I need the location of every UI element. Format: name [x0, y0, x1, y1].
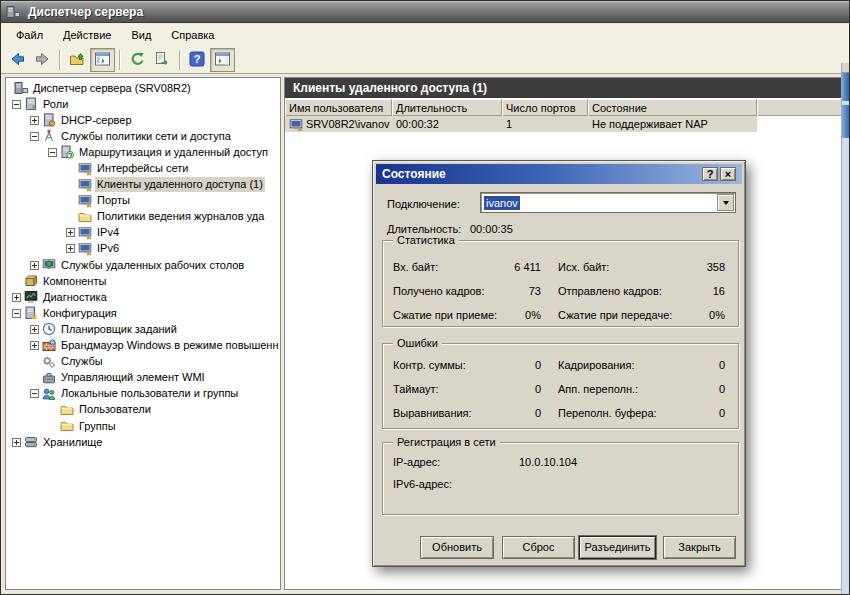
forward-button[interactable] — [30, 48, 55, 72]
tree-item[interactable]: Диспетчер сервера (SRV08R2) — [6, 80, 280, 96]
folder-icon — [60, 419, 74, 433]
expand-icon[interactable] — [30, 116, 39, 125]
folder-up-icon — [69, 51, 86, 69]
stat-label: Получено кадров: — [393, 285, 485, 297]
stat-row: Контр. суммы:0Кадрирования:0 — [383, 354, 738, 378]
refresh-button[interactable]: Обновить — [420, 536, 494, 559]
tree-item[interactable]: Маршрутизация и удаленный доступ — [6, 144, 280, 160]
tree-item-label: Брандмауэр Windows в режиме повышенн — [59, 338, 281, 353]
tree-item[interactable]: Компоненты — [6, 273, 280, 289]
stat-value: 6 411 — [514, 261, 541, 273]
tree-item-label: Интерфейсы сети — [95, 161, 190, 176]
connection-combobox[interactable]: ivanov — [480, 192, 736, 213]
tree-item-label: Группы — [77, 419, 118, 434]
tree-item-label: Хранилище — [41, 435, 104, 450]
column-header-label: Имя пользователя — [289, 102, 383, 114]
menu-справка[interactable]: Справка — [161, 25, 224, 45]
scroll-up-button[interactable] — [842, 73, 849, 101]
results-pane-header: Клиенты удаленного доступа (1) — [285, 78, 842, 99]
errors-group: ОшибкиКонтр. суммы:0Кадрирования:0Таймау… — [382, 343, 739, 429]
tree-item[interactable]: Службы — [6, 354, 280, 370]
expand-icon[interactable] — [66, 228, 75, 237]
server-manager-window: Диспетчер сервера ФайлДействиеВидСправка… — [0, 0, 850, 595]
tree-item[interactable]: Пользователи — [6, 402, 280, 418]
table-row[interactable]: SRV08R2\ivanov00:00:321Не поддерживает N… — [285, 116, 842, 132]
stat-label: Вх. байт: — [393, 261, 438, 273]
help-button[interactable]: ? — [185, 48, 210, 72]
stat-value: 0 — [535, 383, 541, 395]
expand-icon[interactable] — [12, 293, 21, 302]
tree-item[interactable]: Группы — [6, 418, 280, 434]
stat-label: Исх. байт: — [558, 261, 609, 273]
column-header[interactable]: Имя пользователя — [285, 99, 392, 116]
column-header[interactable]: Длительность — [392, 99, 502, 116]
export-list-button[interactable] — [150, 48, 175, 72]
expand-icon[interactable] — [30, 341, 39, 350]
rras-icon — [60, 145, 74, 159]
combobox-dropdown-button[interactable] — [717, 194, 734, 211]
tree-item[interactable]: Локальные пользователи и группы — [6, 386, 280, 402]
disconnect-button[interactable]: Разъединить — [579, 536, 656, 559]
collapse-icon[interactable] — [30, 389, 39, 398]
tree-item[interactable]: IPv6 — [6, 241, 280, 257]
tree-item[interactable]: Диагностика — [6, 289, 280, 305]
table-cell: SRV08R2\ivanov — [285, 116, 392, 132]
tree-item[interactable]: Интерфейсы сети — [6, 160, 280, 176]
console-tree-toggle-button[interactable] — [90, 48, 115, 72]
duration-value: 00:00:35 — [470, 223, 513, 235]
column-header[interactable]: Состояние — [588, 99, 757, 116]
scrollbar-thumb[interactable] — [842, 105, 849, 138]
tree-item[interactable]: Службы политики сети и доступа — [6, 128, 280, 144]
refresh-icon — [129, 51, 146, 69]
menu-действие[interactable]: Действие — [53, 25, 121, 45]
tree-item[interactable]: Роли — [6, 96, 280, 112]
tree-item[interactable]: Конфигурация — [6, 305, 280, 321]
collapse-icon[interactable] — [12, 309, 21, 318]
tree-item[interactable]: Управляющий элемент WMI — [6, 370, 280, 386]
tree-item-label: IPv4 — [95, 225, 121, 240]
back-button[interactable] — [5, 48, 30, 72]
tree-item[interactable]: Клиенты удаленного доступа (1) — [6, 177, 280, 193]
svg-text:?: ? — [194, 53, 201, 65]
stat-row: IPv6-адрес: — [383, 473, 738, 495]
dialog-body: Подключение: ivanov Длительность: 00:00:… — [373, 161, 745, 566]
tree-item[interactable]: Брандмауэр Windows в режиме повышенн — [6, 338, 280, 354]
stat-row: Сжатие при приеме:0%Сжатие при передаче:… — [383, 304, 738, 328]
expand-icon[interactable] — [12, 438, 21, 447]
column-header[interactable]: Число портов — [502, 99, 588, 116]
menu-вид[interactable]: Вид — [121, 25, 161, 45]
tree-item[interactable]: Планировщик заданий — [6, 321, 280, 337]
stat-value: 358 — [707, 261, 725, 273]
forward-icon — [34, 51, 51, 69]
tree-item[interactable]: Хранилище — [6, 434, 280, 450]
tree-item[interactable]: Порты — [6, 193, 280, 209]
tree-item-label: Локальные пользователи и группы — [59, 386, 240, 401]
netif-icon — [78, 194, 92, 208]
tree-item[interactable]: Политики ведения журналов уда — [6, 209, 280, 225]
expand-icon[interactable] — [30, 261, 39, 270]
collapse-icon[interactable] — [48, 148, 57, 157]
tree-item-label: Службы — [59, 354, 105, 369]
tree-item[interactable]: IPv4 — [6, 225, 280, 241]
stat-value: 73 — [529, 285, 541, 297]
group-title: Регистрация в сети — [393, 436, 500, 448]
folder-up-button[interactable] — [65, 48, 90, 72]
refresh-button[interactable] — [125, 48, 150, 72]
action-pane-toggle-button[interactable] — [210, 48, 235, 72]
expand-icon[interactable] — [30, 325, 39, 334]
tree-item[interactable]: Службы удаленных рабочих столов — [6, 257, 280, 273]
collapse-icon[interactable] — [12, 100, 21, 109]
menu-файл[interactable]: Файл — [6, 25, 53, 45]
close-button[interactable]: Закрыть — [663, 536, 736, 559]
tree-item[interactable]: DHCP-сервер — [6, 112, 280, 128]
stat-value: 10.0.10.104 — [519, 456, 577, 468]
stat-label: Кадрирования: — [558, 359, 635, 371]
collapse-icon[interactable] — [30, 132, 39, 141]
vertical-scrollbar[interactable] — [841, 63, 849, 594]
menu-bar: ФайлДействиеВидСправка — [1, 24, 849, 46]
tree-item-label: Конфигурация — [41, 306, 119, 321]
reset-button[interactable]: Сброс — [502, 536, 575, 559]
expand-icon[interactable] — [66, 244, 75, 253]
console-tree-icon — [94, 51, 111, 69]
window-titlebar[interactable]: Диспетчер сервера — [1, 1, 849, 23]
